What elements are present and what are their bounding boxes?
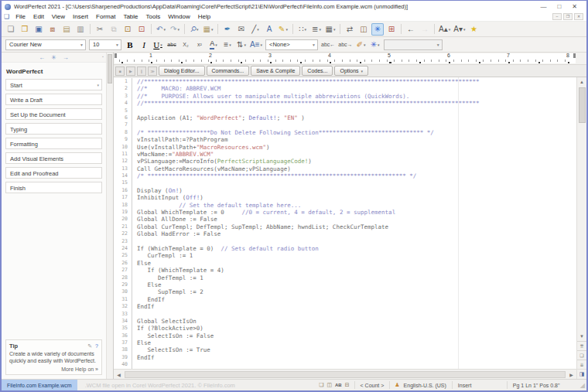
- code-text[interactable]: Display (On!): [132, 187, 183, 194]
- quickformat-button[interactable]: ✒: [221, 23, 234, 36]
- code-text[interactable]: Global CurTempl; DefTempl; SupTempl; Abb…: [132, 223, 388, 230]
- code-text[interactable]: //* PURPOSE: Allows user to manipulate m…: [132, 93, 409, 100]
- code-text[interactable]: //**************************************…: [132, 78, 480, 85]
- save-and-compile-button[interactable]: Save & Compile: [251, 66, 300, 76]
- sidebar-item-add-visual-elements[interactable]: Add Visual Elements: [5, 152, 102, 164]
- minimize-button[interactable]: —: [540, 3, 546, 11]
- code-text[interactable]: EndIf: [132, 354, 155, 361]
- chevron-down-icon[interactable]: ▾: [333, 27, 336, 32]
- sidebar-item-finish[interactable]: Finish: [5, 182, 102, 193]
- forward-button[interactable]: →: [419, 23, 431, 36]
- insert-mode-status[interactable]: Insert: [456, 383, 504, 388]
- scroll-right-icon[interactable]: ▶: [566, 370, 576, 379]
- chevron-down-icon[interactable]: ▾: [177, 27, 179, 32]
- code-text[interactable]: If (?BlockActive>0): [132, 325, 203, 332]
- favorites-button[interactable]: ★: [467, 23, 480, 36]
- sidebar-item-edit-and-proofread[interactable]: Edit and Proofread: [5, 167, 102, 179]
- sidebar-scrollbar[interactable]: [106, 53, 114, 379]
- font-size-combo[interactable]: 10 ▼: [89, 39, 121, 50]
- right-margin-marker[interactable]: [573, 53, 576, 58]
- menu-file[interactable]: File: [12, 13, 29, 20]
- cursor-position-status[interactable]: Pg 1 Ln 1" Pos 0.8": [511, 383, 576, 388]
- sidebar-item-set-up-the-document[interactable]: Set Up the Document: [5, 108, 102, 120]
- macro-vcr-button[interactable]: ▶: [126, 66, 135, 76]
- doc-restore-button[interactable]: ❐: [563, 13, 573, 20]
- chevron-down-icon[interactable]: ▾: [215, 43, 217, 47]
- copy-button[interactable]: ⧉: [108, 23, 120, 36]
- mail-button[interactable]: ✉: [235, 23, 248, 36]
- macro-play-button[interactable]: ✳: [371, 23, 384, 36]
- help-icon[interactable]: ?: [95, 343, 98, 349]
- menu-help[interactable]: Help: [194, 13, 214, 20]
- sidebar-item-formatting[interactable]: Formatting: [5, 138, 102, 149]
- document-menu-icon[interactable]: ❏: [4, 13, 9, 20]
- code-text[interactable]: Use(vInstallPath+"MacroResources.wcm"): [132, 144, 270, 151]
- chevron-down-icon[interactable]: ▾: [257, 27, 259, 32]
- zoom-button[interactable]: ⚲▾: [188, 23, 200, 36]
- menu-format[interactable]: Format: [92, 13, 119, 20]
- next-page-icon[interactable]: ⇊: [577, 360, 587, 369]
- sidebar-item-start[interactable]: Start ▾: [5, 79, 102, 90]
- redo-button[interactable]: ↷▾: [169, 23, 181, 36]
- chevron-down-icon[interactable]: ▾: [319, 27, 321, 32]
- code-text[interactable]: If (WhichTemplate = 4): [132, 267, 224, 274]
- table-button[interactable]: ▦▾: [324, 23, 337, 36]
- code-text[interactable]: InhibitInput (Off!): [132, 194, 203, 201]
- highlight-button[interactable]: ✎▾: [277, 23, 289, 36]
- chevron-down-icon[interactable]: ▾: [261, 43, 263, 47]
- commands-button[interactable]: Commands...: [207, 66, 250, 76]
- horizontal-scrollbar[interactable]: ◀ ▶ ◨: [114, 369, 586, 379]
- print-button[interactable]: ▥: [74, 23, 87, 36]
- line-spacing-button[interactable]: ⇅▾: [235, 39, 248, 51]
- menu-edit[interactable]: Edit: [29, 13, 48, 20]
- code-text[interactable]: [132, 107, 137, 114]
- code-text[interactable]: [132, 121, 137, 128]
- merge-button[interactable]: ⇄: [344, 23, 356, 36]
- font-color-button[interactable]: A▾: [207, 39, 220, 51]
- font-face-combo[interactable]: Courier New ▼: [5, 39, 86, 50]
- macro-record-button[interactable]: ⊞: [385, 23, 398, 36]
- browse-by-icon[interactable]: ◨: [576, 370, 586, 380]
- code-text[interactable]: /* ******************Do Not Delete Follo…: [132, 129, 434, 136]
- strikethrough-button[interactable]: abc: [166, 39, 178, 51]
- chevron-down-icon[interactable]: ▼: [77, 43, 84, 47]
- maximize-button[interactable]: □: [557, 3, 561, 11]
- justification-button[interactable]: ≡▾: [221, 39, 234, 51]
- pin-icon[interactable]: ✎: [87, 343, 92, 349]
- save-all-button[interactable]: ⧈: [46, 23, 59, 36]
- nav-back-icon[interactable]: ←: [39, 54, 45, 61]
- scroll-down-icon[interactable]: ▼: [577, 332, 587, 341]
- bullet-list-button[interactable]: ∷▾: [296, 23, 309, 36]
- code-text[interactable]: Global AllDone := False: [132, 216, 217, 223]
- insert-date-button[interactable]: ▦▾: [202, 23, 214, 36]
- chevron-down-icon[interactable]: ▾: [244, 43, 246, 47]
- code-text[interactable]: [132, 179, 137, 186]
- font-size-down-button[interactable]: A▾▾: [453, 23, 466, 36]
- quickword-next-button[interactable]: abc→: [337, 39, 353, 51]
- code-text[interactable]: SelectIsOn := False: [132, 332, 214, 339]
- previous-page-icon[interactable]: ⇈: [577, 341, 587, 350]
- codes-button[interactable]: Codes...: [302, 66, 333, 76]
- browse-page-icon[interactable]: ❏: [577, 350, 587, 360]
- code-text[interactable]: Global HadError := False: [132, 230, 220, 237]
- code-text[interactable]: If (WhichTemplate = 0) // Sets default r…: [132, 245, 319, 252]
- left-margin-marker[interactable]: [115, 53, 117, 58]
- text-box-button[interactable]: A: [263, 23, 275, 36]
- sidebar-item-typing[interactable]: Typing: [5, 123, 102, 135]
- code-text[interactable]: vInstallPath:=?PathProgram: [132, 136, 227, 143]
- code-text[interactable]: //* MACRO: ABBREV.WCM: [132, 85, 220, 92]
- chevron-down-icon[interactable]: ▾: [285, 27, 288, 32]
- save-button[interactable]: ▣: [32, 23, 45, 36]
- bold-button[interactable]: B: [124, 39, 136, 51]
- superscript-button[interactable]: x²: [193, 39, 206, 51]
- code-text[interactable]: Else: [132, 281, 162, 288]
- macro-code-editor[interactable]: 1//*************************************…: [114, 77, 576, 369]
- code-text[interactable]: vPSLanguage:=MacroInfo(PerfectScriptLang…: [132, 158, 312, 165]
- code-text[interactable]: Else: [132, 339, 151, 346]
- italic-button[interactable]: I: [138, 39, 150, 51]
- ruler[interactable]: 12345678: [114, 53, 586, 65]
- print-preview-button[interactable]: ▤: [60, 23, 73, 36]
- code-text[interactable]: Else: [132, 260, 151, 267]
- menu-window[interactable]: Window: [164, 13, 193, 20]
- code-text[interactable]: [132, 361, 137, 368]
